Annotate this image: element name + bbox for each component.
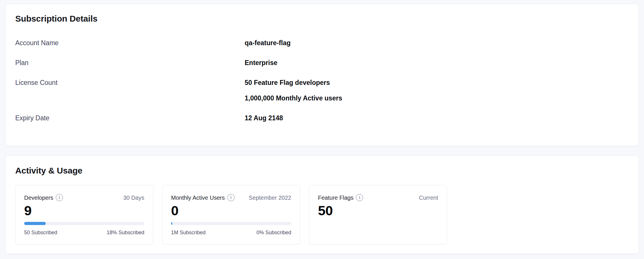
row-value: qa-feature-flag	[245, 38, 629, 47]
activity-stat-cards: Developersi30 Days950 Subscribed18% Subs…	[15, 185, 629, 244]
caption-left: 50 Subscribed	[24, 229, 57, 236]
stat-card-developers: Developersi30 Days950 Subscribed18% Subs…	[15, 185, 153, 244]
stat-card-header: Monthly Active UsersiSeptember 2022	[171, 194, 291, 201]
row-label: License Count	[15, 78, 245, 103]
progress-fill	[24, 222, 46, 225]
row-value: 50 Feature Flag developers	[245, 78, 629, 87]
row-values: 12 Aug 2148	[245, 113, 629, 123]
row-values: Enterprise	[245, 58, 629, 67]
stat-card-captions: 1M Subscribed0% Subscribed	[171, 229, 291, 236]
progress-bar	[24, 222, 144, 225]
stat-card-value: 0	[171, 203, 291, 218]
stat-card-label: Monthly Active Users	[171, 194, 225, 201]
info-icon[interactable]: i	[227, 194, 235, 201]
info-icon[interactable]: i	[56, 194, 63, 201]
caption-right: 18% Subscribed	[107, 229, 144, 236]
info-icon[interactable]: i	[356, 194, 363, 201]
stat-card-period: 30 Days	[123, 194, 144, 201]
subscription-row-account-name: Account Nameqa-feature-flag	[15, 38, 629, 47]
subscription-row-expiry-date: Expiry Date12 Aug 2148	[15, 113, 629, 123]
row-value: Enterprise	[245, 58, 629, 67]
row-label: Account Name	[15, 38, 245, 47]
activity-usage-card: Activity & Usage Developersi30 Days950 S…	[5, 156, 639, 254]
stat-card-label: Developers	[24, 194, 53, 201]
subscription-row-plan: PlanEnterprise	[15, 58, 629, 67]
stat-card-period: September 2022	[249, 194, 291, 201]
row-label: Plan	[15, 58, 245, 67]
progress-bar	[171, 222, 291, 225]
row-values: qa-feature-flag	[245, 38, 629, 47]
stat-card-monthly-active-users: Monthly Active UsersiSeptember 202201M S…	[162, 185, 300, 244]
stat-card-period: Current	[419, 194, 438, 201]
subscription-details-card: Subscription Details Account Nameqa-feat…	[5, 4, 639, 146]
stat-card-value: 9	[24, 203, 144, 218]
subscription-details-title: Subscription Details	[15, 14, 629, 24]
caption-left: 1M Subscribed	[171, 229, 206, 236]
row-label: Expiry Date	[15, 113, 245, 123]
activity-usage-title: Activity & Usage	[15, 166, 629, 176]
row-value: 1,000,000 Monthly Active users	[245, 94, 629, 103]
row-values: 50 Feature Flag developers1,000,000 Mont…	[245, 78, 629, 103]
stat-card-label: Feature Flags	[318, 194, 353, 201]
subscription-rows: Account Nameqa-feature-flagPlanEnterpris…	[15, 38, 629, 123]
stat-card-value: 50	[318, 203, 438, 218]
caption-right: 0% Subscribed	[256, 229, 291, 236]
stat-card-feature-flags: Feature FlagsiCurrent50	[309, 185, 447, 244]
stat-card-header: Developersi30 Days	[24, 194, 144, 201]
stat-card-header: Feature FlagsiCurrent	[318, 194, 438, 201]
stat-card-captions: 50 Subscribed18% Subscribed	[24, 229, 144, 236]
progress-fill	[171, 222, 172, 225]
row-value: 12 Aug 2148	[245, 113, 629, 123]
subscription-row-license-count: License Count50 Feature Flag developers1…	[15, 78, 629, 103]
page-background: Subscription Details Account Nameqa-feat…	[0, 0, 644, 259]
